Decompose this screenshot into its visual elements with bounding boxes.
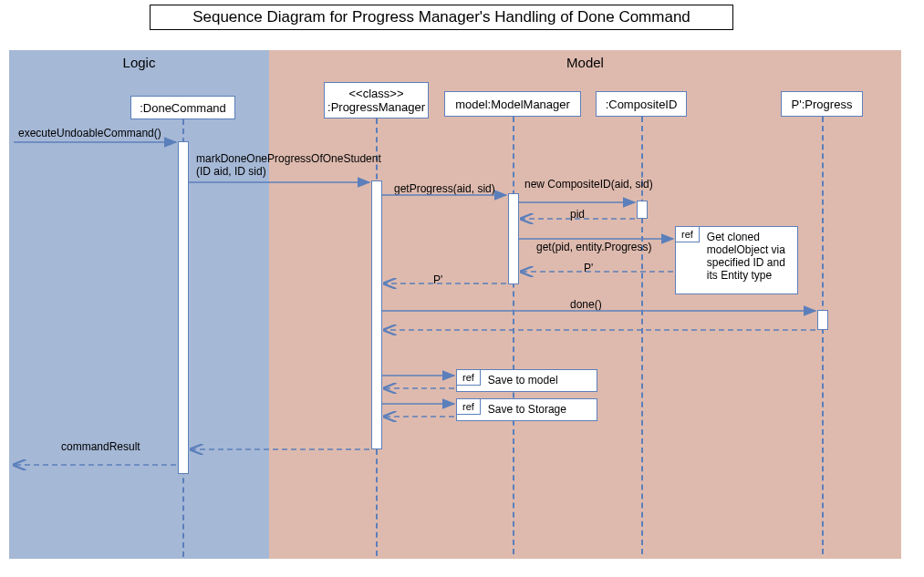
arrow-layer xyxy=(0,0,924,577)
